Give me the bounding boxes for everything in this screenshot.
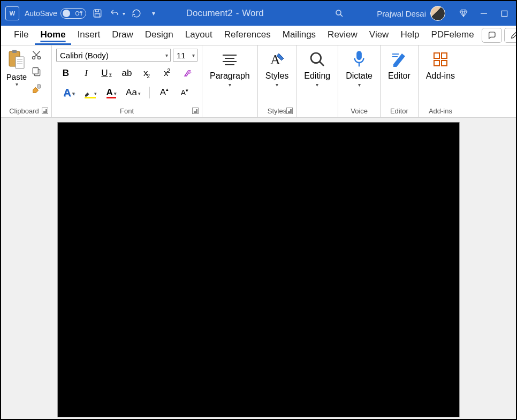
text-effects-button[interactable]: A▾ xyxy=(63,86,75,99)
ribbon-tabs: File Home Insert Draw Design Layout Refe… xyxy=(1,26,516,45)
chevron-down-icon: ▾ xyxy=(138,91,141,96)
autosave-switch[interactable]: Off xyxy=(60,8,86,19)
bold-button[interactable]: B xyxy=(60,67,72,80)
group-voice: Dictate ▾ Voice xyxy=(338,45,381,117)
voice-title: Voice xyxy=(351,105,368,115)
doc-name: Document2 xyxy=(186,8,233,19)
cut-button[interactable] xyxy=(31,50,43,60)
paragraph-icon[interactable] xyxy=(220,50,239,69)
dictate-label: Dictate xyxy=(346,71,372,81)
format-painter-button[interactable] xyxy=(31,83,43,95)
tab-design[interactable]: Design xyxy=(140,26,179,45)
strikethrough-button[interactable]: ab xyxy=(121,67,133,80)
clear-formatting-button[interactable] xyxy=(182,67,194,80)
addins-label: Add-ins xyxy=(426,71,455,81)
editor-title: Editor xyxy=(390,105,408,115)
font-title: Font xyxy=(120,105,134,115)
dictate-dropdown-icon[interactable]: ▾ xyxy=(358,82,361,88)
font-size-combo[interactable]: 11 ▾ xyxy=(173,49,197,62)
styles-dropdown-icon[interactable]: ▾ xyxy=(276,82,278,88)
user-account[interactable]: Prajwal Desai xyxy=(377,6,445,21)
clipboard-title: Clipboard xyxy=(9,105,39,115)
paste-dropdown-icon[interactable]: ▾ xyxy=(16,81,18,87)
tab-review[interactable]: Review xyxy=(322,26,363,45)
styles-launcher[interactable] xyxy=(286,108,293,114)
search-button[interactable] xyxy=(334,9,345,18)
chevron-down-icon: ▾ xyxy=(192,52,195,58)
group-paragraph: Paragraph ▾ . xyxy=(202,45,258,117)
italic-button[interactable]: I xyxy=(80,67,92,80)
user-name: Prajwal Desai xyxy=(377,9,426,18)
title-bar: W AutoSave Off ▾ ▾ Document2 - Word Praj… xyxy=(1,1,516,26)
chevron-down-icon: ▾ xyxy=(72,91,75,96)
svg-rect-8 xyxy=(12,50,17,53)
minimize-button[interactable] xyxy=(476,6,491,21)
chevron-down-icon: ▾ xyxy=(165,52,168,58)
save-icon[interactable] xyxy=(92,7,103,19)
paste-label: Paste xyxy=(6,72,27,81)
editor-icon[interactable] xyxy=(390,50,409,69)
editing-mode-button[interactable]: Editing ▾ xyxy=(504,28,517,43)
underline-button[interactable]: U▾ xyxy=(101,67,112,80)
change-case-button[interactable]: Aa▾ xyxy=(126,86,141,99)
microphone-icon[interactable] xyxy=(349,50,369,69)
editing-dropdown-icon[interactable]: ▾ xyxy=(316,82,318,88)
svg-rect-33 xyxy=(434,60,439,66)
copy-button[interactable] xyxy=(31,66,43,78)
svg-rect-18 xyxy=(33,68,38,74)
svg-rect-9 xyxy=(16,57,24,68)
document-area xyxy=(1,118,516,419)
autosave-toggle[interactable]: AutoSave Off xyxy=(25,8,86,19)
tab-layout[interactable]: Layout xyxy=(180,26,218,45)
tab-mailings[interactable]: Mailings xyxy=(277,26,321,45)
undo-dropdown-icon[interactable]: ▾ xyxy=(123,11,125,17)
editor-label: Editor xyxy=(388,71,410,81)
grow-font-button[interactable]: A▴ xyxy=(158,86,170,99)
qat-customize-icon[interactable]: ▾ xyxy=(148,7,159,19)
clipboard-launcher[interactable] xyxy=(42,108,48,114)
highlight-button[interactable]: ▾ xyxy=(83,86,97,99)
tab-view[interactable]: View xyxy=(364,26,394,45)
find-icon[interactable] xyxy=(308,50,327,69)
svg-rect-1 xyxy=(95,10,98,12)
font-size-value: 11 xyxy=(177,51,186,60)
styles-title: Styles xyxy=(268,105,286,115)
tab-pdfelement[interactable]: PDFeleme xyxy=(425,26,479,45)
title-separator: - xyxy=(236,8,239,19)
tab-draw[interactable]: Draw xyxy=(107,26,139,45)
document-page[interactable] xyxy=(57,122,460,417)
font-launcher[interactable] xyxy=(192,108,199,114)
styles-label: Styles xyxy=(265,71,289,81)
svg-rect-27 xyxy=(357,51,361,59)
paste-button[interactable]: Paste ▾ xyxy=(5,49,28,87)
svg-line-26 xyxy=(320,62,324,66)
tab-file[interactable]: File xyxy=(9,26,34,45)
comments-button[interactable] xyxy=(482,28,502,43)
addins-title: Add-ins xyxy=(429,105,452,115)
shrink-font-button[interactable]: A▾ xyxy=(179,86,191,99)
svg-rect-2 xyxy=(95,14,100,17)
tab-references[interactable]: References xyxy=(219,26,276,45)
font-name-combo[interactable]: Calibri (Body) ▾ xyxy=(56,49,171,62)
autosave-state: Off xyxy=(75,11,82,17)
chevron-down-icon: ▾ xyxy=(109,72,112,77)
font-color-button[interactable]: A▾ xyxy=(105,86,117,99)
subscript-button[interactable]: x2 xyxy=(141,67,153,80)
svg-rect-6 xyxy=(501,11,507,16)
group-styles: A Styles ▾ Styles xyxy=(258,45,297,117)
undo-button[interactable] xyxy=(109,7,120,19)
maximize-button[interactable] xyxy=(497,6,512,21)
tab-help[interactable]: Help xyxy=(395,26,424,45)
chevron-down-icon: ▾ xyxy=(114,91,117,96)
tab-home[interactable]: Home xyxy=(35,26,71,45)
superscript-button[interactable]: x2 xyxy=(162,67,173,80)
svg-rect-31 xyxy=(434,53,439,58)
diamond-premium-icon[interactable] xyxy=(456,6,471,21)
tab-insert[interactable]: Insert xyxy=(72,26,106,45)
styles-icon[interactable]: A xyxy=(268,50,287,69)
document-title: Document2 - Word xyxy=(186,8,264,19)
addins-icon[interactable] xyxy=(431,50,450,69)
redo-button[interactable] xyxy=(131,7,142,19)
autosave-label: AutoSave xyxy=(25,9,57,18)
paragraph-dropdown-icon[interactable]: ▾ xyxy=(229,82,231,88)
